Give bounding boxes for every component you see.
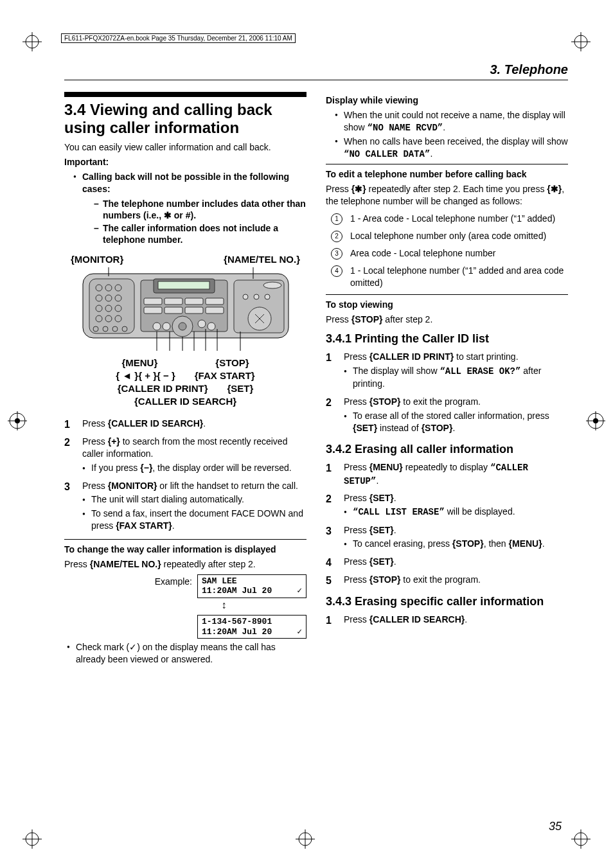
register-mark-icon [296, 829, 315, 849]
s342-step4: Press {SET}. [344, 556, 568, 570]
display-viewing-bullet: When no calls have been received, the di… [335, 136, 568, 161]
important-bullet: Calling back will not be possible in the… [73, 171, 306, 246]
stop-viewing-body: Press {STOP} after step 2. [326, 314, 568, 326]
example-label: Example: [155, 574, 192, 587]
figure-bottom-labels: {MENU} {STOP} { ◄ }{ + }{ − } {FAX START… [64, 357, 306, 409]
register-mark-icon [586, 411, 605, 430]
change-display-body: Press {NAME/TEL NO.} repeatedly after st… [64, 558, 306, 571]
edit-number-head: To edit a telephone number before callin… [326, 168, 568, 181]
svg-rect-49 [164, 307, 182, 314]
file-header: FL611-PFQX2072ZA-en.book Page 35 Thursda… [61, 33, 296, 43]
svg-point-53 [179, 323, 186, 330]
svg-point-57 [208, 323, 215, 330]
edit-option-1: 11 - Area code - Local telephone number … [331, 213, 568, 225]
updown-arrow-icon: ↕ [64, 599, 306, 611]
edit-option-2: 2Local telephone number only (area code … [331, 230, 568, 242]
chapter-header: 3. Telephone [64, 62, 568, 77]
svg-rect-46 [185, 298, 203, 305]
step-2: Press {+} to search from the most recent… [82, 436, 306, 476]
step-1: Press {CALLER ID SEARCH}. [82, 418, 306, 432]
s342-step3: Press {SET}. To cancel erasing, press {S… [344, 524, 568, 552]
page-number: 35 [549, 820, 562, 833]
svg-point-61 [254, 294, 259, 299]
important-label: Important: [64, 156, 306, 168]
svg-point-59 [263, 282, 281, 288]
s343-step1: Press {CALLER ID SEARCH}. [344, 614, 568, 628]
lcd-display-1: SAM LEE 11:20AM Jul 20✓ [197, 574, 306, 598]
register-mark-icon [571, 32, 591, 51]
s341-step1-sub: The display will show “ALL ERASE OK?” af… [344, 365, 568, 391]
section-343-title: 3.4.3 Erasing specific caller informatio… [326, 595, 568, 609]
s341-step2-sub: To erase all of the stored caller inform… [344, 410, 568, 435]
svg-point-55 [163, 323, 170, 330]
step-3-sub: To send a fax, insert the document FACE … [82, 508, 306, 533]
svg-rect-44 [144, 298, 162, 305]
s342-step3-sub: To cancel erasing, press {STOP}, then {M… [344, 538, 568, 551]
edit-option-4: 41 - Local telephone number (“1” added a… [331, 265, 568, 289]
register-mark-icon [571, 829, 591, 849]
svg-rect-47 [206, 298, 224, 305]
figure-label-nametel: {NAME/TEL NO.} [224, 254, 300, 265]
s341-step2: Press {STOP} to exit the program. To era… [344, 396, 568, 436]
step-3: Press {MONITOR} or lift the handset to r… [82, 480, 306, 534]
svg-rect-48 [144, 307, 162, 314]
edit-option-3: 3Area code - Local telephone number [331, 247, 568, 260]
register-mark-icon [22, 829, 42, 849]
stop-viewing-head: To stop viewing [326, 299, 568, 311]
section-341-title: 3.4.1 Printing the Caller ID list [326, 332, 568, 346]
s342-step2: Press {SET}. “CALL LIST ERASE” will be d… [344, 492, 568, 520]
svg-point-62 [265, 294, 270, 299]
edit-number-body: Press {✱} repeatedly after step 2. Each … [326, 183, 568, 208]
register-mark-icon [8, 411, 27, 430]
device-figure [64, 267, 306, 353]
change-display-head: To change the way caller information is … [64, 544, 306, 556]
svg-point-56 [198, 320, 206, 328]
step-3-sub: The unit will start dialing automaticall… [82, 493, 306, 506]
step-2-sub: If you press {−}, the display order will… [82, 462, 306, 475]
heading-rule [64, 92, 306, 97]
register-mark-icon [22, 32, 42, 51]
display-viewing-bullet: When the unit could not receive a name, … [335, 109, 568, 134]
checkmark-note: Check mark (✓) on the display means the … [67, 641, 306, 666]
lcd-display-2: 1-134-567-8901 11:20AM Jul 20✓ [197, 615, 306, 639]
section-title: 3.4 Viewing and calling back using calle… [64, 101, 306, 136]
s342-step5: Press {STOP} to exit the program. [344, 574, 568, 588]
svg-rect-43 [158, 281, 209, 289]
s342-step2-sub: “CALL LIST ERASE” will be displayed. [344, 506, 568, 519]
section-342-title: 3.4.2 Erasing all caller information [326, 443, 568, 457]
important-sub: The telephone number includes data other… [94, 198, 306, 221]
important-sub: The caller information does not include … [94, 222, 306, 245]
svg-point-54 [153, 323, 161, 330]
display-viewing-head: Display while viewing [326, 94, 568, 107]
figure-label-monitor: {MONITOR} [71, 254, 123, 265]
s341-step1: Press {CALLER ID PRINT} to start printin… [344, 351, 568, 392]
svg-rect-51 [206, 307, 224, 314]
intro-text: You can easily view caller information a… [64, 141, 306, 154]
s342-step1: Press {MENU} repeatedly to display “CALL… [344, 461, 568, 488]
svg-rect-50 [185, 307, 203, 314]
svg-point-60 [243, 294, 248, 299]
svg-rect-45 [164, 298, 182, 305]
